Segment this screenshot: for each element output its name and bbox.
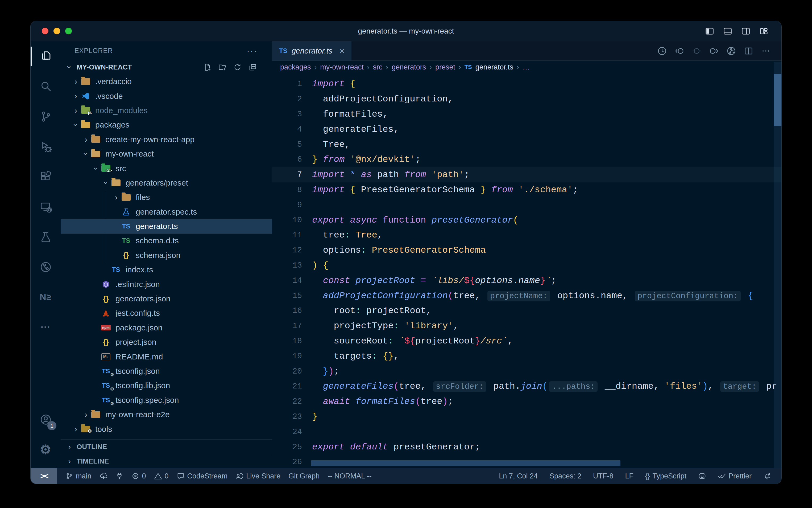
activity-bar-item-accounts[interactable]: 1 — [31, 405, 61, 434]
timeline-panel-header[interactable]: › TIMELINE — [61, 454, 272, 468]
customize-layout-icon[interactable] — [759, 26, 769, 36]
activity-bar-item-more[interactable]: ··· — [31, 312, 61, 342]
horizontal-scrollbar[interactable] — [311, 460, 620, 466]
toggle-secondary-sidebar-icon[interactable] — [741, 26, 751, 36]
activity-bar-item-search[interactable] — [31, 71, 61, 101]
status-item-codestream[interactable]: CodeStream — [177, 472, 228, 480]
breadcrumb-item[interactable]: packages — [280, 63, 311, 71]
status-item-sync-publish[interactable] — [99, 472, 107, 480]
status-item-label: CodeStream — [187, 472, 228, 480]
more-actions-icon[interactable] — [761, 46, 771, 56]
status-item-errors[interactable]: 0 — [132, 472, 146, 480]
tree-item-packages[interactable]: ›packages — [61, 118, 272, 132]
activity-bar-item-source-control[interactable] — [31, 101, 61, 131]
tree-item-node-modules[interactable]: ›jsnode_modules — [61, 103, 272, 118]
status-item-git-branch[interactable]: main — [65, 472, 92, 480]
jest-icon — [101, 308, 111, 319]
activity-bar-item-nx-console[interactable]: N≥ — [31, 282, 61, 312]
tree-item-my-own-react[interactable]: ›my-own-react — [61, 147, 272, 161]
status-item-language-mode[interactable]: {}TypeScript — [645, 472, 686, 480]
activity-bar-item-gitlens[interactable] — [31, 252, 61, 282]
vscode-icon — [80, 91, 91, 101]
activity-bar-item-settings[interactable]: ⚙ — [31, 434, 61, 465]
status-item-github[interactable] — [698, 472, 706, 480]
tree-item-jest-config-ts[interactable]: jest.config.ts — [61, 306, 272, 320]
tree-item-schema-d-ts[interactable]: TSschema.d.ts — [61, 234, 272, 248]
new-file-icon[interactable] — [203, 63, 211, 71]
split-editor-icon[interactable] — [744, 46, 754, 56]
extensions-icon — [40, 171, 52, 183]
tree-item-readme-md[interactable]: M↓README.md — [61, 349, 272, 364]
refresh-icon[interactable] — [233, 63, 242, 71]
tree-item-src[interactable]: ›</>src — [61, 161, 272, 175]
status-item-cursor-position[interactable]: Ln 7, Col 24 — [499, 472, 538, 480]
status-item-indentation[interactable]: Spaces: 2 — [550, 472, 581, 480]
toggle-panel-icon[interactable] — [723, 26, 732, 36]
tree-item-generator-spec-ts[interactable]: generator.spec.ts — [61, 205, 272, 219]
activity-bar-item-explorer[interactable] — [31, 41, 61, 71]
project-section-header[interactable]: › MY-OWN-REACT — [61, 60, 272, 74]
status-item-notifications[interactable] — [763, 472, 771, 480]
activity-bar-item-run-debug[interactable] — [31, 131, 61, 162]
tree-item-generators-preset[interactable]: ›generators/preset — [61, 176, 272, 190]
git-actions-icon[interactable] — [726, 46, 736, 56]
breadcrumb-item[interactable]: preset — [435, 63, 455, 71]
code-editor[interactable]: 1import {2 addProjectConfiguration,3 for… — [272, 74, 781, 468]
tree-item-schema-json[interactable]: {}schema.json — [61, 248, 272, 262]
testing-icon — [40, 231, 52, 243]
breadcrumb-item[interactable]: my-own-react — [320, 63, 364, 71]
tree-item--verdaccio[interactable]: ›.verdaccio — [61, 74, 272, 89]
code-line-12: 12 options: PresetGeneratorSchema — [272, 243, 781, 258]
status-item-live-share[interactable]: Live Share — [235, 472, 280, 480]
tree-item--vscode[interactable]: ›.vscode — [61, 89, 272, 103]
breadcrumb-item[interactable]: … — [523, 63, 530, 71]
status-item-encoding[interactable]: UTF-8 — [593, 472, 614, 480]
tree-item-label: schema.json — [136, 251, 180, 260]
tree-item-tsconfig-spec-json[interactable]: TS⚙tsconfig.spec.json — [61, 393, 272, 407]
tree-item--eslintrc-json[interactable]: .eslintrc.json — [61, 277, 272, 291]
navigate-back-icon[interactable] — [674, 46, 684, 56]
tree-item-tsconfig-lib-json[interactable]: TS⚙tsconfig.lib.json — [61, 378, 272, 393]
tree-item-create-my-own-react-app[interactable]: ›create-my-own-react-app — [61, 132, 272, 147]
activity-bar-item-extensions[interactable] — [31, 162, 61, 192]
breadcrumb-item[interactable]: src — [373, 63, 382, 71]
tree-item-project-json[interactable]: {}project.json — [61, 335, 272, 349]
status-item-connector[interactable] — [115, 472, 124, 480]
tab-generator-ts[interactable]: TS generator.ts × — [272, 41, 351, 60]
activity-bar-item-testing[interactable] — [31, 222, 61, 252]
tree-item-tools[interactable]: ›⚙tools — [61, 422, 272, 436]
collapse-all-icon[interactable] — [248, 63, 257, 71]
code-line-2: 2 addProjectConfiguration, — [272, 92, 781, 107]
vertical-scrollbar-slider[interactable] — [774, 74, 781, 126]
tree-item-files[interactable]: ›files — [61, 190, 272, 205]
tree-item-package-json[interactable]: npmpackage.json — [61, 321, 272, 335]
tree-item-my-own-react-e2e[interactable]: ›my-own-react-e2e — [61, 407, 272, 422]
timeline-icon[interactable] — [657, 46, 667, 56]
navigate-forward-icon[interactable] — [709, 46, 719, 56]
tree-item-tsconfig-json[interactable]: TS⚙tsconfig.json — [61, 364, 272, 378]
breadcrumb-item[interactable]: generators — [392, 63, 426, 71]
line-number: 23 — [272, 412, 302, 421]
sidebar-more-actions-icon[interactable]: ··· — [247, 46, 257, 56]
outline-panel-header[interactable]: › OUTLINE — [61, 439, 272, 454]
code-line-25: 25export default presetGenerator; — [272, 439, 781, 455]
status-item-git-graph[interactable]: Git Graph — [288, 472, 320, 480]
breadcrumb-separator: › — [386, 63, 388, 71]
status-item-remote[interactable]: >< — [31, 468, 57, 484]
close-tab-icon[interactable]: × — [339, 46, 344, 56]
status-item-prettier[interactable]: Prettier — [718, 472, 752, 480]
code-line-5: 5 Tree, — [272, 137, 781, 152]
tree-item-index-ts[interactable]: TSindex.ts — [61, 262, 272, 277]
toggle-primary-sidebar-icon[interactable] — [705, 26, 714, 36]
activity-bar-item-remote-explorer[interactable] — [31, 192, 61, 222]
ts-spec-icon — [121, 207, 132, 217]
line-content: sourceRoot: `${projectRoot}/src`, — [312, 336, 513, 346]
tree-item-generators-json[interactable]: {}generators.json — [61, 292, 272, 306]
status-item-vim-mode[interactable]: -- NORMAL -- — [328, 472, 371, 480]
tree-item-generator-ts[interactable]: TSgenerator.ts — [61, 219, 272, 234]
status-item-warnings[interactable]: 0 — [154, 472, 169, 480]
status-item-eol[interactable]: LF — [625, 472, 634, 480]
new-folder-icon[interactable] — [218, 63, 226, 71]
breadcrumb-item[interactable]: generator.ts — [475, 63, 514, 71]
circle-icon[interactable] — [692, 46, 702, 56]
